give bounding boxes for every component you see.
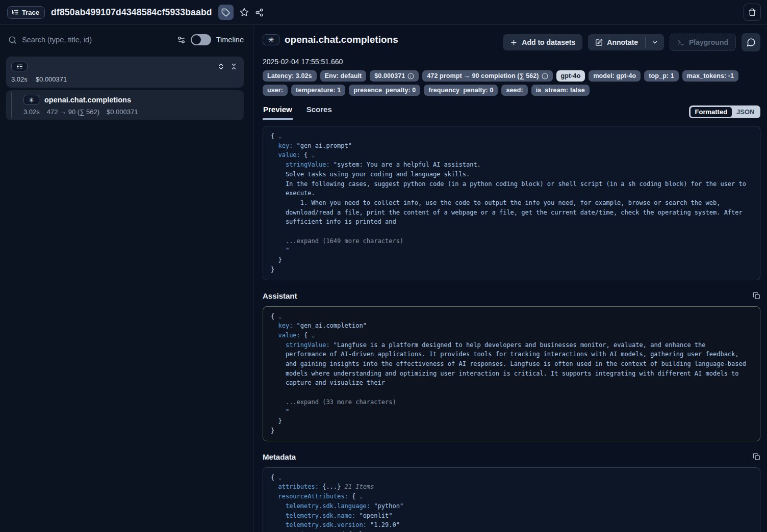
code-line: telemetry.sdk.language: "python" (271, 501, 752, 511)
info-icon (407, 73, 414, 79)
openai-icon: ✳ (23, 95, 39, 105)
trace-root-node[interactable]: 3.02s $0.000371 (6, 57, 244, 88)
format-toggle-formatted[interactable]: Formatted (691, 107, 732, 117)
code-line: " (271, 407, 752, 417)
code-line: { ⌄ (271, 131, 752, 141)
trace-duration: 3.02s (11, 75, 28, 83)
code-line: resourceAttributes: { ⌄ (271, 492, 752, 501)
metadata-badge: 472 prompt → 90 completion (∑ 562) (422, 70, 552, 82)
metadata-badge: top_p: 1 (644, 70, 678, 82)
observation-detail-panel: ✳ openai.chat.completions Add to dataset… (253, 25, 767, 532)
metadata-badge: $0.000371 (370, 70, 419, 82)
code-line: { ⌄ (271, 312, 752, 322)
filter-icon[interactable] (177, 36, 186, 44)
metadata-badge: Env: default (320, 70, 367, 82)
code-line: download/read a file, print the content … (271, 208, 752, 218)
format-toggle: Formatted JSON (689, 105, 760, 118)
chevron-down-icon (651, 39, 658, 46)
terminal-icon (677, 39, 685, 46)
metadata-code-block[interactable]: { ⌄ attributes: {...} 21 Items resourceA… (263, 467, 760, 532)
code-line: { ⌄ (271, 473, 752, 483)
code-line: telemetry.sdk.name: "openlit" (271, 511, 752, 521)
code-line (271, 388, 752, 397)
metadata-badge: is_stream: false (531, 85, 590, 96)
trace-id: df850ab499107d4348584cf5933baabd (51, 7, 212, 18)
observation-duration: 3.02s (23, 108, 40, 116)
tag-icon[interactable] (218, 5, 234, 20)
code-line: key: "gen_ai.prompt" (271, 141, 752, 151)
tree-icon (12, 9, 19, 16)
playground-button[interactable]: Playground (670, 34, 736, 51)
code-line: value: { ⌄ (271, 150, 752, 160)
observation-row[interactable]: ✳ openai.chat.completions 3.02s 472 → 90… (6, 90, 244, 120)
code-line: attributes: {...} 21 Items (271, 482, 752, 492)
code-line: stringValue: "system: You are a helpful … (271, 160, 752, 170)
tree-guide-line (11, 92, 12, 118)
code-line: Solve tasks using your coding and langua… (271, 170, 752, 179)
page-title: openai.chat.completions (285, 34, 398, 45)
trash-icon[interactable] (744, 4, 761, 21)
code-line: performance of AI-driven applications. I… (271, 350, 752, 359)
openai-icon: ✳ (263, 34, 279, 45)
code-line: sufficient info is printed and (271, 217, 752, 227)
annotate-dropdown-chevron[interactable] (646, 34, 664, 50)
code-line: models where understanding and optimizin… (271, 369, 752, 379)
code-line: ...expand (33 more characters) (271, 397, 752, 407)
code-line: value: { ⌄ (271, 331, 752, 340)
metadata-badge: user: (263, 85, 288, 96)
code-line: telemetry.sdk.version: "1.29.0" (271, 520, 752, 530)
copy-icon[interactable] (753, 292, 760, 300)
fold-icon[interactable] (230, 63, 238, 70)
trace-tree-sidebar: Timeline 3.02s $0.000371 (0, 25, 253, 532)
trace-cost: $0.000371 (36, 75, 67, 83)
top-bar: Trace df850ab499107d4348584cf5933baabd (0, 0, 767, 25)
code-line: " (271, 246, 752, 255)
tab-preview[interactable]: Preview (263, 104, 293, 120)
code-line: key: "gen_ai.completion" (271, 321, 752, 331)
metadata-section-title: Metadata (263, 453, 296, 461)
star-icon[interactable] (240, 8, 249, 17)
format-toggle-json[interactable]: JSON (732, 107, 759, 117)
metadata-badge: presence_penalty: 0 (349, 85, 420, 96)
code-line: ...expand (1649 more characters) (271, 236, 752, 246)
observation-tokens: 472 → 90 (∑ 562) (47, 108, 99, 116)
metadata-badge: gpt-4o (556, 70, 585, 82)
metadata-badge: max_tokens: -1 (682, 70, 738, 82)
metadata-badge: frequency_penalty: 0 (424, 85, 498, 96)
assistant-section-title: Assistant (263, 291, 297, 300)
code-line: } (271, 416, 752, 426)
code-line: In the following cases, suggest python c… (271, 179, 752, 189)
code-line: service.name: "default" (271, 530, 752, 532)
trace-type-badge: Trace (7, 6, 45, 19)
metadata-badge: Latency: 3.02s (263, 70, 317, 82)
timeline-toggle[interactable] (191, 34, 211, 45)
timeline-toggle-label: Timeline (216, 36, 244, 44)
code-line: stringValue: "Langfuse is a platform des… (271, 340, 752, 350)
info-icon (542, 73, 548, 79)
timestamp: 2025-02-04 17:55:51.660 (263, 58, 760, 66)
trace-node-icon (11, 62, 28, 71)
assistant-code-block[interactable]: { ⌄ key: "gen_ai.completion" value: { ⌄ … (263, 306, 760, 441)
tab-scores[interactable]: Scores (306, 104, 333, 120)
code-line: 1. When you need to collect info, use th… (271, 198, 752, 208)
trace-type-label: Trace (22, 9, 39, 16)
code-line (271, 227, 752, 236)
badge-row-2: user:temperature: 1presence_penalty: 0fr… (263, 85, 760, 96)
code-line: execute. (271, 189, 752, 198)
annotate-button[interactable]: Annotate (588, 34, 645, 50)
share-icon[interactable] (255, 8, 264, 17)
metadata-badge: temperature: 1 (291, 85, 345, 96)
prompt-code-block[interactable]: { ⌄ key: "gen_ai.prompt" value: { ⌄ stri… (263, 126, 760, 280)
code-line: } (271, 265, 752, 275)
code-line: and gaining insights into the effectiven… (271, 359, 752, 369)
code-line: capture and visualize their (271, 378, 752, 388)
observation-name: openai.chat.completions (44, 96, 131, 104)
search-input[interactable] (22, 36, 172, 44)
comment-icon[interactable] (742, 33, 760, 51)
copy-icon[interactable] (753, 453, 760, 461)
unfold-icon[interactable] (217, 63, 225, 70)
search-icon (8, 36, 17, 44)
add-to-datasets-button[interactable]: Add to datasets (503, 34, 582, 50)
observation-cost: $0.000371 (107, 108, 138, 116)
code-line: } (271, 255, 752, 265)
